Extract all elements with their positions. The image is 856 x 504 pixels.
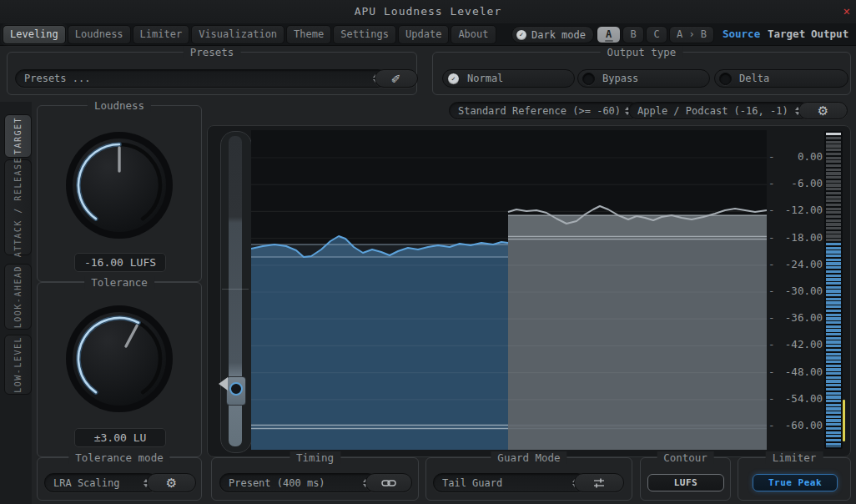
tab-loudness[interactable]: Loudness (68, 25, 131, 44)
contour-lufs-button[interactable]: LUFS (647, 474, 724, 491)
tolerance-value: ±3.00 LU (74, 428, 166, 447)
view-link-output[interactable]: Output (811, 28, 848, 40)
contour-group-title: Contour (657, 451, 714, 464)
scale-label: -48.00 (773, 365, 823, 378)
timing-dropdown[interactable]: Present (400 ms) (219, 473, 377, 492)
loudness-group: Loudness -16.00 LUFS (37, 105, 202, 282)
meter-lit-segments (826, 243, 841, 447)
profile-dropdown[interactable]: Apple / Podcast (-16, -1) (628, 102, 809, 119)
view-link-target[interactable]: Target (768, 28, 805, 40)
plugin-window: APU Loudness Leveler ✕ Leveling Loudness… (0, 0, 856, 504)
radio-checked-icon: ✓ (447, 73, 460, 85)
output-delta-radio[interactable]: Delta (714, 69, 848, 88)
guard-mode-group: Guard Mode Tail Guard (425, 457, 632, 501)
scale-label: -42.00 (773, 338, 823, 350)
link-icon (381, 478, 396, 488)
meter-unlit-segments (826, 137, 841, 243)
scale-label: 0.00 (773, 150, 823, 163)
tab-about[interactable]: About (451, 25, 496, 44)
output-delta-label: Delta (739, 73, 769, 84)
scale-label: -6.00 (773, 177, 823, 189)
tolerance-mode-value: LRA Scaling (53, 477, 119, 489)
dark-mode-check-icon: ✓ (516, 30, 526, 40)
side-tab-low-level-label: LOW-LEVEL (13, 336, 23, 393)
standard-reference-dropdown[interactable]: Standard Reference (>= -60) (449, 102, 639, 119)
tab-update[interactable]: Update (398, 25, 449, 44)
guard-mode-dropdown[interactable]: Tail Guard (433, 473, 587, 492)
contour-group: Contour LUFS (640, 457, 731, 501)
limiter-group: Limiter True Peak (738, 457, 851, 501)
title-bar: APU Loudness Leveler ✕ (0, 0, 856, 23)
output-bypass-radio[interactable]: Bypass (577, 69, 710, 88)
standard-reference-value: Standard Reference (>= -60) (458, 105, 620, 117)
profile-dropdown-value: Apple / Podcast (-16, -1) (637, 105, 788, 117)
loudness-value: -16.00 LUFS (74, 253, 166, 272)
ab-copy-button[interactable]: A › B (669, 26, 714, 43)
limiter-true-peak-button[interactable]: True Peak (753, 474, 838, 491)
edit-preset-button[interactable]: ✎ (375, 69, 418, 88)
radio-unchecked-icon (719, 73, 732, 85)
scale-label: -36.00 (773, 311, 823, 324)
ab-slot-b-button[interactable]: B (622, 26, 644, 43)
fader-detent-mark (222, 289, 249, 290)
menu-tabs: Leveling Loudness Limiter Visualization … (3, 25, 496, 44)
output-normal-radio[interactable]: ✓ Normal (442, 69, 575, 88)
side-tab-look-ahead[interactable]: LOOK-AHEAD (4, 264, 32, 330)
scale-label: -24.00 (773, 258, 823, 270)
guard-mode-value: Tail Guard (442, 477, 502, 489)
tab-settings[interactable]: Settings (333, 25, 396, 44)
loudness-graph-panel: -0.00--6.00--12.00--18.00--24.00--30.00-… (207, 125, 851, 457)
loudness-group-title: Loudness (88, 99, 151, 112)
side-tab-target-label: TARGET (13, 117, 23, 154)
presets-group-title: Presets (184, 46, 241, 58)
timing-link-button[interactable] (365, 473, 412, 492)
loudness-knob[interactable] (63, 129, 175, 241)
side-tab-low-level[interactable]: LOW-LEVEL (4, 335, 32, 395)
tolerance-mode-group: Tolerance mode LRA Scaling ⚙ (37, 457, 202, 501)
view-link-source[interactable]: Source (723, 28, 760, 40)
side-tab-attack-release[interactable]: ATTACK / RELEASE (4, 159, 32, 255)
gear-icon: ⚙ (166, 476, 177, 491)
tolerance-knob[interactable] (63, 303, 175, 415)
tolerance-mode-settings-button[interactable]: ⚙ (147, 473, 196, 492)
tab-visualization[interactable]: Visualization (191, 25, 284, 44)
output-bypass-label: Bypass (602, 73, 638, 84)
scale-label: -18.00 (773, 231, 823, 244)
scale-label: -60.00 (773, 419, 823, 431)
tab-theme[interactable]: Theme (286, 25, 331, 44)
dark-mode-toggle[interactable]: ✓ Dark mode (511, 26, 594, 43)
window-title: APU Loudness Leveler (0, 0, 856, 23)
radio-unchecked-icon (582, 73, 595, 85)
limiter-group-title: Limiter (766, 451, 823, 464)
pencil-icon: ✎ (390, 73, 403, 83)
ab-slot-c-button[interactable]: C (646, 26, 667, 43)
presets-dropdown-value: Presets ... (24, 73, 90, 84)
side-tab-look-ahead-label: LOOK-AHEAD (13, 265, 23, 328)
sliders-icon (592, 477, 606, 489)
gear-icon: ⚙ (818, 103, 828, 118)
scale-label: -30.00 (773, 285, 823, 297)
fader-pointer-icon (219, 377, 228, 391)
output-normal-label: Normal (467, 73, 503, 84)
close-icon[interactable]: ✕ (843, 4, 850, 18)
presets-dropdown[interactable]: Presets ... (15, 69, 387, 88)
scale-label: -54.00 (773, 392, 823, 405)
guard-mode-group-title: Guard Mode (491, 451, 566, 464)
level-meter (824, 131, 843, 449)
ab-slot-a-button[interactable]: A (597, 26, 621, 43)
tolerance-mode-dropdown[interactable]: LRA Scaling (44, 473, 158, 492)
loudness-history-plot[interactable] (251, 130, 767, 450)
tolerance-group: Tolerance ±3.00 LU (37, 282, 202, 457)
side-tab-target[interactable]: TARGET (4, 114, 32, 158)
guard-mode-settings-button[interactable] (574, 473, 624, 492)
output-type-group-title: Output type (601, 46, 683, 58)
dark-mode-label: Dark mode (531, 29, 586, 41)
visualization-settings-button[interactable]: ⚙ (798, 102, 848, 119)
tab-limiter[interactable]: Limiter (133, 25, 190, 44)
timing-group-title: Timing (290, 451, 340, 464)
tab-leveling[interactable]: Leveling (3, 25, 66, 44)
tolerance-mode-group-title: Tolerance mode (68, 451, 169, 464)
timing-group: Timing Present (400 ms) (211, 457, 419, 501)
side-tab-attack-release-label: ATTACK / RELEASE (13, 157, 23, 257)
presets-group: Presets Presets ... ✎ (7, 52, 417, 95)
